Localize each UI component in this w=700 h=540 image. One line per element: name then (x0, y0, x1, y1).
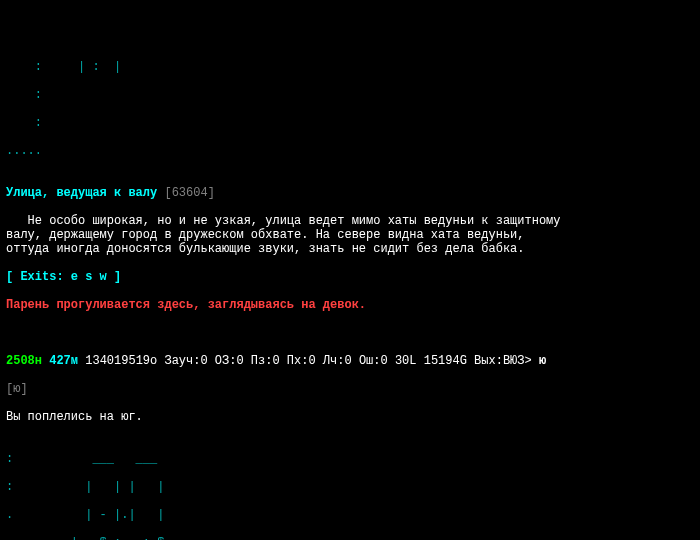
ascii-map-1: : (6, 88, 694, 102)
room-title: Улица, ведущая к валу [63604] (6, 186, 694, 200)
command-echo: [ю] (6, 382, 694, 396)
ascii-map-1: : (6, 116, 694, 130)
ascii-map-1: ..... (6, 144, 694, 158)
prompt-rest: 134019519о Зауч:0 ОЗ:0 Пз:0 Пх:0 Лч:0 Ош… (85, 354, 531, 368)
prompt-mana: 427м (49, 354, 78, 368)
blank (6, 326, 694, 340)
ascii-map-2: : ___ ___ (6, 452, 694, 466)
ascii-map-2: : | | | | (6, 480, 694, 494)
move-result: Вы поплелись на юг. (6, 410, 694, 424)
npc-line: Парень прогуливается здесь, заглядываясь… (6, 298, 694, 312)
ascii-map-2: | . $ : ~ : $ . (6, 536, 694, 540)
exits: [ Exits: e s w ] (6, 270, 694, 284)
room-name: Улица, ведущая к валу (6, 186, 157, 200)
room-id: [63604] (164, 186, 214, 200)
user-command: ю (539, 354, 546, 368)
ascii-map-1: : | : | (6, 60, 694, 74)
room-description: Не особо широкая, но и не узкая, улица в… (6, 214, 694, 256)
ascii-map-2: . | - |.| | (6, 508, 694, 522)
status-prompt[interactable]: 2508н 427м 134019519о Зауч:0 ОЗ:0 Пз:0 П… (6, 354, 694, 368)
prompt-hp: 2508н (6, 354, 42, 368)
